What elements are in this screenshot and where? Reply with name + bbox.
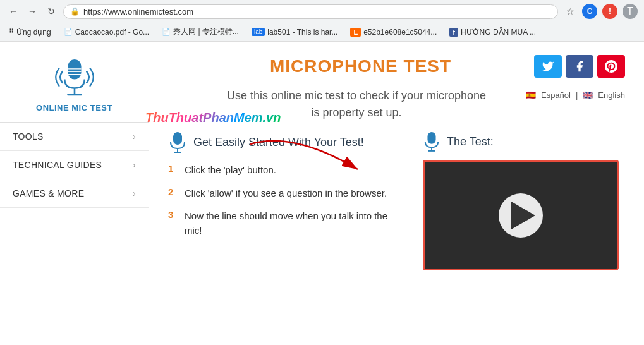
main-content: MICROPHONE TEST ThuThuatPhanMem.vn Use t… xyxy=(149,42,644,345)
bookmark-5-icon: f xyxy=(449,28,458,37)
video-player[interactable] xyxy=(423,160,619,270)
steps-left: Get Easily Started With Your Test! xyxy=(168,131,404,270)
tools-label: TOOLS xyxy=(13,131,44,142)
bookmark-4-label: e52b1e608e1c5044... xyxy=(363,28,437,37)
step-3: 3 Now the line should move when you talk… xyxy=(168,209,404,238)
svg-rect-10 xyxy=(427,132,435,144)
tools-chevron-icon: › xyxy=(133,131,136,142)
forward-button[interactable]: → xyxy=(25,4,39,18)
lock-icon: 🔒 xyxy=(70,7,80,16)
steps-subtitle: Get Easily Started With Your Test! xyxy=(168,131,404,154)
step-2: 2 Click 'allow' if you see a question in… xyxy=(168,186,404,201)
bookmark-apps-label: Ứng dụng xyxy=(16,28,51,37)
apps-icon: ⠿ xyxy=(9,28,14,36)
mic-steps-icon xyxy=(168,131,187,154)
svg-rect-6 xyxy=(173,132,182,145)
sidebar-item-games[interactable]: GAMES & MORE › xyxy=(0,179,149,208)
address-bar[interactable]: 🔒 https://www.onlinemictest.com xyxy=(63,4,558,19)
bookmark-4-icon: L xyxy=(350,28,361,37)
bookmark-2-label: 秀人网 | 专注模特... xyxy=(173,27,239,37)
pdf-icon: 📄 xyxy=(64,28,73,36)
site-name: ONLINE MIC TEST xyxy=(36,103,112,112)
reload-button[interactable]: ↻ xyxy=(44,4,58,18)
bookmark-apps[interactable]: ⠿ Ứng dụng xyxy=(6,27,54,38)
bookmark-1[interactable]: 📄 Caocaocao.pdf - Go... xyxy=(61,27,152,38)
test-section: The Test: xyxy=(423,131,631,270)
bookmark-1-label: Caocaocao.pdf - Go... xyxy=(75,28,149,37)
bookmark-2[interactable]: 📄 秀人网 | 专注模特... xyxy=(159,25,241,39)
sidebar-nav: TOOLS › TECHNICAL GUIDES › GAMES & MORE … xyxy=(0,123,149,345)
step-1-text: Click the 'play' button. xyxy=(185,163,276,178)
english-link[interactable]: English xyxy=(598,90,625,100)
technical-guides-label: TECHNICAL GUIDES xyxy=(13,160,102,170)
sidebar-item-tools[interactable]: TOOLS › xyxy=(0,123,149,151)
test-subtitle: The Test: xyxy=(423,131,631,152)
bookmark-5[interactable]: f HƯỚNG DẪN MUA ... xyxy=(447,27,538,38)
spanish-link[interactable]: Español xyxy=(541,90,571,100)
games-chevron-icon: › xyxy=(133,188,136,198)
step-1: 1 Click the 'play' button. xyxy=(168,163,404,178)
bookmark-3-icon: lab xyxy=(252,28,265,36)
step-3-text: Now the line should move when you talk i… xyxy=(185,209,404,238)
play-button[interactable] xyxy=(499,193,543,238)
games-label: GAMES & MORE xyxy=(13,188,84,198)
social-buttons xyxy=(534,55,625,78)
mic-logo-svg xyxy=(49,55,100,99)
bookmark-5-label: HƯỚNG DẪN MUA ... xyxy=(461,28,536,37)
steps-heading: Get Easily Started With Your Test! xyxy=(193,136,364,149)
description-text: Use this online mic test to check if you… xyxy=(224,87,489,121)
svg-rect-0 xyxy=(68,59,81,80)
step-2-text: Click 'allow' if you see a question in t… xyxy=(185,186,387,201)
language-selector: 🇪🇸 Español | 🇬🇧 English xyxy=(526,87,625,100)
pinterest-button[interactable] xyxy=(597,55,625,78)
twitter-button[interactable] xyxy=(534,55,562,78)
step-2-num: 2 xyxy=(168,186,178,197)
page: ONLINE MIC TEST TOOLS › TECHNICAL GUIDES… xyxy=(0,42,644,345)
doc-icon: 📄 xyxy=(162,28,171,36)
browser-toolbar: ← → ↻ 🔒 https://www.onlinemictest.com ☆ … xyxy=(0,0,644,23)
bookmarks-bar: ⠿ Ứng dụng 📄 Caocaocao.pdf - Go... 📄 秀人网… xyxy=(0,23,644,42)
play-triangle-icon xyxy=(511,202,535,229)
steps-list: 1 Click the 'play' button. 2 Click 'allo… xyxy=(168,163,404,238)
back-button[interactable]: ← xyxy=(6,4,20,18)
main-header: MICROPHONE TEST xyxy=(149,42,644,84)
page-title: MICROPHONE TEST xyxy=(187,56,534,76)
test-heading: The Test: xyxy=(447,135,494,148)
english-flag: 🇬🇧 xyxy=(583,90,593,100)
ext-c-button[interactable]: C xyxy=(582,4,597,19)
url-text: https://www.onlinemictest.com xyxy=(83,7,193,16)
bookmark-4[interactable]: L e52b1e608e1c5044... xyxy=(348,27,439,38)
mic-test-icon xyxy=(423,131,440,152)
step-3-num: 3 xyxy=(168,209,178,220)
spanish-flag: 🇪🇸 xyxy=(526,90,536,100)
profile-button[interactable]: T xyxy=(623,4,638,19)
step-1-num: 1 xyxy=(168,163,178,174)
technical-guides-chevron-icon: › xyxy=(133,160,136,170)
sidebar: ONLINE MIC TEST TOOLS › TECHNICAL GUIDES… xyxy=(0,42,149,345)
lang-separator: | xyxy=(576,90,578,100)
star-button[interactable]: ☆ xyxy=(563,4,577,18)
bookmark-3-label: lab501 - This is har... xyxy=(267,28,337,37)
facebook-button[interactable] xyxy=(566,55,593,78)
steps-section: Get Easily Started With Your Test! xyxy=(149,131,644,283)
bookmark-3[interactable]: lab lab501 - This is har... xyxy=(249,27,341,38)
browser-chrome: ← → ↻ 🔒 https://www.onlinemictest.com ☆ … xyxy=(0,0,644,42)
ext-red-button[interactable]: ! xyxy=(602,4,617,19)
description-area: Use this online mic test to check if you… xyxy=(149,84,644,131)
sidebar-logo: ONLINE MIC TEST xyxy=(0,42,149,123)
sidebar-item-technical-guides[interactable]: TECHNICAL GUIDES › xyxy=(0,151,149,179)
